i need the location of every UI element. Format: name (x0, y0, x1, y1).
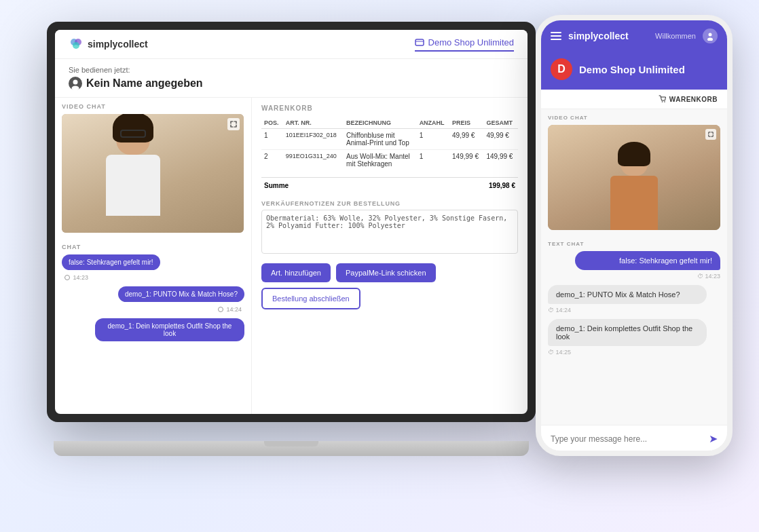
clock-symbol-2: ⏱ (548, 349, 554, 356)
cell-pos-1: 2 (261, 150, 283, 171)
video-chat-section: VIDEO CHAT (55, 98, 251, 238)
expand-icon (230, 121, 237, 128)
add-article-button[interactable]: Art. hinzufügen (261, 263, 331, 282)
col-bezeichnung: BEZEICHNUNG (344, 117, 417, 129)
svg-point-5 (73, 80, 78, 85)
action-buttons: Art. hinzufügen PaypalMe-Link schicken B… (261, 263, 518, 309)
logo-icon (69, 37, 84, 52)
agent-bar: Sie bedienen jetzt: Kein Name angegeben (55, 59, 527, 98)
phone-video-chat-label: VIDEO CHAT (548, 115, 720, 121)
right-panel: WARENKORB POS. ART. NR. BEZEICHNUNG ANZA… (252, 98, 527, 414)
cart-icon (659, 95, 667, 103)
phone-top-bar: simplycollect Willkommen (541, 20, 727, 52)
phone-warenkorb-button[interactable]: WARENKORB (659, 95, 718, 103)
tab-icon (415, 37, 424, 47)
phone-text-chat-section: TEXT CHAT false: Stehkragen gefelt mir! … (541, 235, 727, 425)
phone-chat-left-2: demo_1: Dein komplettes Outfit Shop the … (548, 319, 720, 356)
clock-icon-1 (218, 307, 223, 312)
summe-value: 199,98 € (489, 182, 515, 189)
chat-bubble-user-1: demo_1: PUNTO Mix & Match Hose? 14:24 (62, 286, 244, 313)
phone-video-section: VIDEO CHAT (541, 109, 727, 235)
shop-logo: D (551, 58, 572, 80)
phone-chat-bubble-left-2: demo_1: Dein komplettes Outfit Shop the … (548, 319, 707, 346)
phone-chat-time-2: ⏱ 14:25 (548, 349, 720, 356)
paypal-link-button[interactable]: PaypalMe-Link schicken (336, 263, 436, 282)
video-thumbnail (62, 114, 244, 233)
col-anzahl: ANZAHL (417, 117, 449, 129)
laptop-screen-inner: simplycollect Demo Shop Unlimited Sie be… (55, 30, 527, 414)
phone-welcome-text: Willkommen (655, 32, 696, 40)
svg-point-9 (662, 101, 663, 102)
table-row: 2 991EO1G311_240 Aus Woll-Mix: Mantel mi… (261, 150, 518, 171)
phone-body: WARENKORB VIDEO CHAT (541, 90, 727, 452)
cell-pos-0: 1 (261, 129, 283, 150)
chat-label: CHAT (62, 244, 244, 250)
notes-textarea[interactable] (261, 210, 518, 254)
agent-name-row: Kein Name angegeben (69, 77, 514, 90)
laptop-device: simplycollect Demo Shop Unlimited Sie be… (47, 22, 549, 483)
cell-art-nr-0: 101EEI1F302_018 (283, 129, 344, 150)
phone-app-name: simplycollect (568, 31, 648, 41)
person-head (116, 117, 150, 155)
person-glasses (120, 130, 146, 138)
hamburger-line-1 (551, 32, 561, 33)
clock-symbol-0: ⏱ (697, 273, 703, 280)
chat-bubble-text-0: false: Stehkragen gefelt mir! (62, 254, 160, 270)
phone-message-input[interactable] (551, 434, 703, 444)
phone-chat-right-0: false: Stehkragen gefelt mir! ⏱ 14:23 (548, 251, 720, 280)
warenkorb-title: WARENKORB (261, 104, 518, 112)
complete-order-button[interactable]: Bestellung abschließen (261, 288, 360, 309)
cell-art-nr-1: 991EO1G311_240 (283, 150, 344, 171)
cell-anzahl-0: 1 (417, 129, 449, 150)
svg-point-7 (709, 33, 712, 37)
phone-chat-left-1: demo_1: PUNTO Mix & Match Hose? ⏱ 14:24 (548, 285, 720, 314)
app-logo: simplycollect (69, 37, 148, 52)
chat-bubble-agent: false: Stehkragen gefelt mir! 14:23 (62, 254, 244, 281)
chat-bubble-text-1: demo_1: PUNTO Mix & Match Hose? (118, 286, 244, 302)
send-button[interactable]: ➤ (709, 432, 718, 445)
phone-chat-bubble-left-1: demo_1: PUNTO Mix & Match Hose? (548, 285, 707, 304)
table-header-row: POS. ART. NR. BEZEICHNUNG ANZAHL PREIS G… (261, 117, 518, 129)
hamburger-menu-button[interactable] (551, 32, 561, 40)
tab-label: Demo Shop Unlimited (428, 37, 514, 48)
laptop-base (54, 441, 529, 456)
cell-anzahl-1: 1 (417, 150, 449, 171)
hamburger-line-2 (551, 35, 561, 37)
user-icon (705, 31, 715, 41)
left-panel: VIDEO CHAT (55, 98, 252, 414)
cell-preis-1: 149,99 € (449, 150, 483, 171)
mobile-phone: simplycollect Willkommen D Demo Shop Unl… (536, 15, 733, 456)
active-tab[interactable]: Demo Shop Unlimited (415, 37, 514, 52)
phone-person (548, 125, 720, 230)
cell-preis-0: 49,99 € (449, 129, 483, 150)
agent-bar-label: Sie bedienen jetzt: (69, 66, 514, 74)
phone-warenkorb-bar: WARENKORB (541, 90, 727, 109)
svg-rect-3 (415, 39, 424, 45)
col-art-nr: ART. NR. (283, 117, 344, 129)
summe-row: Summe 199,98 € (261, 177, 518, 193)
person-figure (89, 117, 177, 233)
phone-shop-bar: D Demo Shop Unlimited (541, 52, 727, 90)
phone-expand-button[interactable] (705, 129, 716, 140)
expand-video-button[interactable] (227, 118, 240, 130)
laptop-notch (264, 441, 318, 446)
cell-bezeichnung-1: Aus Woll-Mix: Mantel mit Stehkragen (344, 150, 417, 171)
chat-time-1: 14:24 (62, 306, 244, 313)
person-body (106, 155, 160, 216)
agent-avatar-icon (69, 77, 82, 90)
phone-user-icon[interactable] (703, 28, 718, 43)
svg-point-10 (664, 101, 665, 102)
cell-bezeichnung-0: Chiffonbluse mit Animal-Print und Top (344, 129, 417, 150)
summe-label: Summe (264, 182, 289, 189)
app-header: simplycollect Demo Shop Unlimited (55, 30, 527, 59)
col-gesamt: GESAMT (483, 117, 518, 129)
chat-bubble-user-2: demo_1: Dein komplettes Outfit Shop the … (62, 318, 244, 345)
clock-icon-0 (64, 275, 70, 280)
col-preis: PREIS (449, 117, 483, 129)
laptop-screen: simplycollect Demo Shop Unlimited Sie be… (47, 22, 536, 422)
phone-chat-time-0: ⏱ 14:23 (548, 273, 720, 280)
cell-gesamt-0: 49,99 € (483, 129, 518, 150)
svg-point-8 (707, 38, 713, 41)
video-chat-label: VIDEO CHAT (62, 103, 244, 110)
col-pos: POS. (261, 117, 283, 129)
